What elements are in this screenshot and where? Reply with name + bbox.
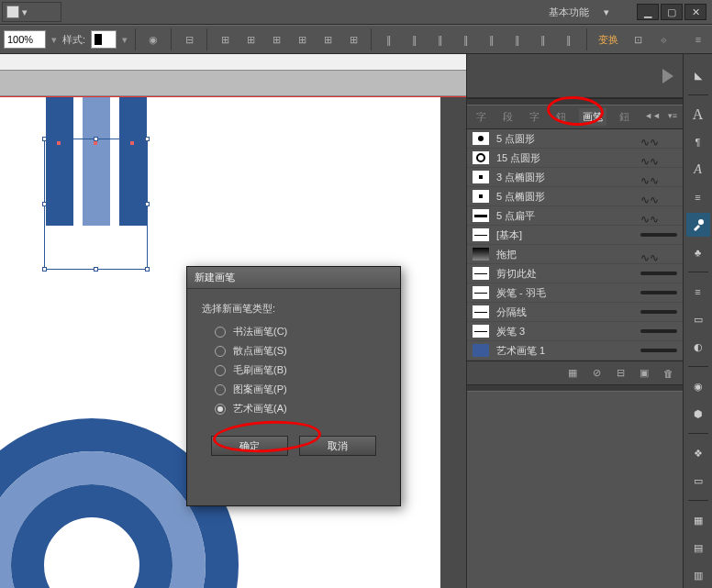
ok-button[interactable]: 确定 (211, 436, 288, 456)
brush-item[interactable]: 拖把 (467, 245, 683, 264)
stroke-panel-icon[interactable]: ≡ (686, 280, 710, 304)
brush-item[interactable]: 15 点圆形 (467, 149, 683, 168)
distribute-icon[interactable]: ‖ (482, 29, 502, 50)
radio-calligraphy[interactable]: 书法画笔(C) (215, 325, 385, 338)
cancel-button[interactable]: 取消 (299, 436, 376, 456)
paragraph-panel-icon[interactable]: ¶ (686, 130, 710, 154)
resize-handle[interactable] (145, 137, 150, 141)
panel-menu-icon[interactable]: ▾≡ (668, 111, 677, 120)
resize-handle[interactable] (145, 267, 150, 272)
tab-glyph[interactable]: 字 (526, 108, 543, 126)
resize-handle[interactable] (42, 202, 47, 206)
brushes-panel-icon[interactable] (686, 213, 710, 237)
brush-item[interactable]: 3 点椭圆形 (467, 168, 683, 187)
glyph-panel-icon[interactable]: A (686, 158, 710, 182)
chevron-down-icon: ▾ (122, 34, 128, 46)
play-icon (662, 69, 673, 83)
distribute-icon[interactable]: ‖ (405, 29, 425, 50)
transform-icon[interactable]: ⟐ (653, 29, 673, 50)
gradient-panel-icon[interactable]: ▭ (686, 307, 710, 331)
align-icon[interactable]: ⊞ (292, 29, 312, 50)
resize-handle[interactable] (145, 202, 150, 206)
radio-pattern[interactable]: 图案画笔(P) (215, 383, 385, 396)
new-brush-icon[interactable]: ▣ (637, 366, 651, 381)
appearance-panel-icon[interactable]: ◉ (686, 374, 710, 398)
maximize-button[interactable]: ▢ (661, 4, 683, 20)
distribute-icon[interactable]: ‖ (507, 29, 528, 50)
distribute-icon[interactable]: ‖ (559, 29, 579, 50)
resize-handle[interactable] (94, 267, 98, 272)
transform-icon[interactable]: ⊡ (628, 29, 648, 50)
dialog-title: 新建画笔 (187, 267, 400, 289)
style-swatch[interactable] (91, 30, 117, 49)
align-icon[interactable]: ⊞ (343, 29, 363, 50)
brush-item[interactable]: 5 点圆形 (467, 129, 683, 149)
tab-button[interactable]: 鈕 (552, 108, 570, 126)
layers-panel-icon[interactable]: ❖ (686, 441, 710, 465)
graphic-styles-panel-icon[interactable]: ⬢ (686, 402, 710, 426)
zoom-input[interactable]: 100% (4, 30, 46, 49)
transparency-panel-icon[interactable]: ◐ (686, 335, 710, 359)
minimize-button[interactable]: ▁ (637, 4, 659, 20)
brushes-panel: 字 段 字 鈕 画笔 鈕 ◄◄ ▾≡ 5 点圆形 15 点圆形 3 点椭圆形 5… (466, 54, 683, 588)
align-icon[interactable]: ◉ (143, 29, 163, 50)
options-icon[interactable]: ⊟ (613, 366, 628, 381)
color-guide-panel-icon[interactable]: ▥ (686, 563, 710, 587)
tab-brushes[interactable]: 画笔 (579, 108, 606, 126)
svg-point-0 (698, 219, 704, 225)
distribute-icon[interactable]: ‖ (379, 29, 399, 50)
chevron-down-icon: ▾ (604, 6, 609, 18)
radio-bristle[interactable]: 毛刷画笔(B) (215, 363, 385, 377)
dialog-heading: 选择新画笔类型: (202, 302, 385, 316)
chevron-down-icon: ▾ (22, 6, 28, 18)
chevron-down-icon: ▾ (51, 34, 57, 46)
resize-handle[interactable] (94, 137, 98, 141)
document-switcher[interactable]: ▾ (2, 2, 61, 22)
transform-label[interactable]: 变换 (595, 33, 622, 47)
distribute-icon[interactable]: ‖ (430, 29, 451, 50)
expand-icon[interactable]: ◣ (686, 63, 710, 87)
brush-item[interactable]: 剪切此处 (467, 264, 683, 283)
distribute-icon[interactable]: ‖ (533, 29, 553, 50)
resize-handle[interactable] (42, 137, 47, 141)
swatches-panel-icon[interactable]: ▦ (686, 508, 710, 532)
radio-scatter[interactable]: 散点画笔(S) (215, 344, 385, 358)
style-label: 样式: (62, 33, 85, 47)
resize-handle[interactable] (42, 267, 47, 272)
brush-item[interactable]: [基本] (467, 226, 683, 245)
distribute-icon[interactable]: ‖ (456, 29, 476, 50)
radio-art[interactable]: 艺术画笔(A) (215, 402, 385, 416)
brush-item[interactable]: 分隔线 (467, 303, 683, 322)
align-icon[interactable]: ⊞ (266, 29, 286, 50)
panel-tabs: 字 段 字 鈕 画笔 鈕 ◄◄ ▾≡ (467, 105, 683, 129)
type-panel-icon[interactable]: A (686, 103, 710, 127)
panel-menu-icon[interactable]: ≡ (688, 29, 708, 50)
opentype-panel-icon[interactable]: ≡ (686, 185, 710, 209)
brush-item[interactable]: 艺术画笔 1 (467, 341, 683, 361)
remove-stroke-icon[interactable]: ⊘ (589, 366, 604, 381)
delete-icon[interactable]: 🗑 (661, 366, 675, 381)
brush-panel-footer: ▦ ⊘ ⊟ ▣ 🗑 (467, 361, 683, 384)
align-left-icon[interactable]: ⊟ (179, 29, 199, 50)
align-icon[interactable]: ⊞ (240, 29, 261, 50)
library-icon[interactable]: ▦ (565, 366, 580, 381)
workspace-switcher[interactable]: 基本功能 (541, 4, 596, 21)
collapse-icon[interactable]: ◄◄ (644, 111, 661, 120)
brush-item[interactable]: 5 点扁平 (467, 206, 683, 226)
align-icon[interactable]: ⊞ (317, 29, 338, 50)
brush-item[interactable]: 5 点椭圆形 (467, 187, 683, 206)
tab-other[interactable]: 鈕 (616, 108, 633, 126)
symbols-panel-icon[interactable]: ♣ (686, 240, 710, 264)
tab-paragraph[interactable]: 段 (499, 108, 517, 126)
actions-panel-collapsed[interactable] (467, 54, 683, 98)
brush-item[interactable]: 炭笔 3 (467, 322, 683, 341)
color-panel-icon[interactable]: ▤ (686, 536, 710, 560)
tab-character[interactable]: 字 (473, 108, 490, 126)
close-button[interactable]: ✕ (684, 4, 706, 20)
artboards-panel-icon[interactable]: ▭ (686, 469, 710, 493)
brush-item[interactable]: 炭笔 - 羽毛 (467, 283, 683, 303)
brush-list: 5 点圆形 15 点圆形 3 点椭圆形 5 点椭圆形 5 点扁平 [基本] 拖把… (467, 129, 683, 361)
ruler-horizontal (0, 54, 466, 71)
selection-bounds[interactable] (44, 139, 148, 270)
align-icon[interactable]: ⊞ (215, 29, 235, 50)
